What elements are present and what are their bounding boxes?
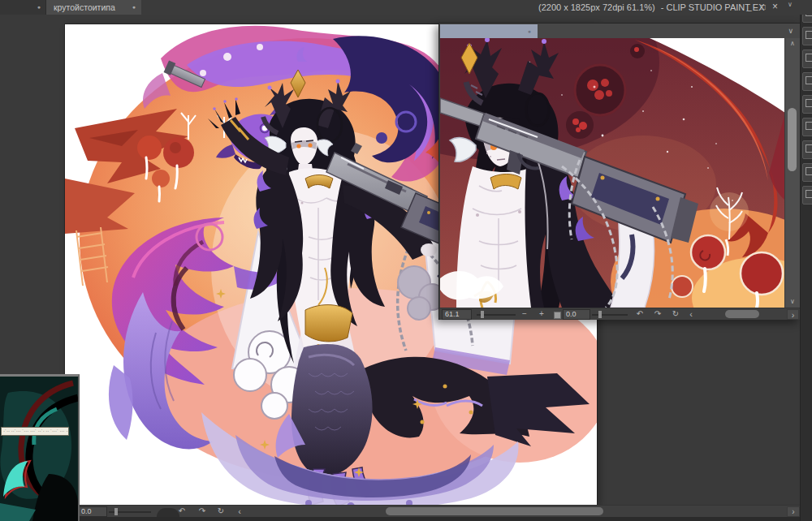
rotate-ccw-button[interactable]: ↶ bbox=[175, 506, 188, 516]
scroll-left-button[interactable]: ‹ bbox=[685, 309, 698, 319]
modified-dot-icon: ● bbox=[132, 0, 136, 15]
scroll-left-button[interactable]: ‹ bbox=[233, 506, 246, 516]
palette-dock-icon[interactable] bbox=[802, 140, 812, 159]
status-strip bbox=[0, 517, 812, 521]
rotation-value-box[interactable]: 0.0 bbox=[563, 309, 590, 320]
document-tab-partial[interactable]: ● bbox=[0, 0, 46, 15]
zoom-slider-thumb[interactable] bbox=[481, 311, 484, 318]
rotation-slider[interactable] bbox=[592, 314, 628, 316]
horizontal-scrollbar-thumb[interactable] bbox=[725, 310, 759, 318]
clip-studio-paint-window: ● крутойстоитипа ● (2200 x 1825px 72dpi … bbox=[0, 0, 812, 521]
sub-window-canvas[interactable] bbox=[440, 38, 785, 308]
rotation-slider-thumb[interactable] bbox=[114, 508, 118, 515]
horizontal-scrollbar-thumb[interactable] bbox=[386, 507, 603, 515]
palette-dock-icon[interactable] bbox=[802, 27, 812, 45]
fit-to-screen-button[interactable] bbox=[554, 312, 561, 319]
zoom-value-box[interactable]: 61.1 bbox=[442, 309, 472, 320]
sub-window-tab[interactable]: ● bbox=[440, 24, 538, 38]
rotate-cw-button[interactable]: ↷ bbox=[651, 309, 664, 319]
rotate-ccw-button[interactable]: ↶ bbox=[633, 309, 646, 319]
maximize-button[interactable]: □ bbox=[757, 0, 769, 15]
document-tab-active[interactable]: крутойстоитипа ● bbox=[46, 0, 141, 15]
palette-dock-icon[interactable] bbox=[802, 186, 812, 205]
artwork-zoomed-view bbox=[440, 38, 785, 308]
palette-dock bbox=[800, 0, 812, 521]
overlay-preview-window[interactable]: ·˙·· ··˙··· ˙··· ···˙ ··˙· ·· ˙···˙ ··· … bbox=[0, 374, 80, 521]
rotation-slider-thumb[interactable] bbox=[598, 311, 602, 318]
minimize-button[interactable]: _ bbox=[743, 0, 755, 15]
chevron-down-icon[interactable]: ∨ bbox=[788, 1, 793, 8]
vertical-scrollbar-thumb[interactable] bbox=[788, 108, 797, 171]
palette-dock-icon[interactable] bbox=[802, 163, 812, 182]
title-bar: ● крутойстоитипа ● (2200 x 1825px 72dpi … bbox=[0, 0, 812, 15]
rotate-cw-button[interactable]: ↷ bbox=[196, 506, 209, 516]
reset-rotation-button[interactable]: ↻ bbox=[669, 309, 682, 319]
modified-dot-icon: ● bbox=[37, 0, 41, 15]
sub-window-bottom-bar: 61.1 − + 0.0 ↶ ↷ ↻ ‹ › bbox=[439, 308, 800, 320]
overlay-artwork bbox=[0, 377, 78, 521]
scroll-up-button[interactable]: ∧ bbox=[785, 39, 800, 49]
chevron-down-icon[interactable]: ∨ bbox=[788, 27, 793, 35]
sub-window-tab-bar: ● ∨ bbox=[439, 24, 800, 38]
scroll-right-button[interactable]: › bbox=[787, 309, 799, 320]
document-tab-label: крутойстоитипа bbox=[54, 0, 115, 15]
sub-window-vertical-scrollbar[interactable]: ∧ ∨ bbox=[784, 38, 800, 308]
zoom-in-button[interactable]: + bbox=[535, 309, 548, 319]
zoom-out-button[interactable]: − bbox=[518, 309, 531, 319]
close-button[interactable]: × bbox=[769, 0, 781, 15]
rotation-value-box[interactable]: 0.0 bbox=[78, 506, 107, 517]
palette-dock-icon[interactable] bbox=[802, 50, 812, 68]
overlay-caption: ·˙·· ··˙··· ˙··· ···˙ ··˙· ·· ˙···˙ ··· … bbox=[1, 427, 69, 436]
palette-dock-icon[interactable] bbox=[802, 72, 812, 91]
document-info: (2200 x 1825px 72dpi 61.1%) bbox=[538, 2, 655, 12]
window-title: (2200 x 1825px 72dpi 61.1%)- CLIP STUDIO… bbox=[538, 0, 770, 15]
modified-dot-icon: ● bbox=[528, 24, 531, 38]
palette-dock-icon[interactable] bbox=[802, 95, 812, 114]
scroll-down-button[interactable]: ∨ bbox=[785, 297, 800, 307]
main-view-bottom-bar: 0.0 ↶ ↷ ↻ ‹ › bbox=[0, 505, 800, 517]
reset-rotation-button[interactable]: ↻ bbox=[214, 506, 227, 516]
palette-dock-icon[interactable] bbox=[802, 118, 812, 136]
secondary-view-window[interactable]: ● ∨ bbox=[438, 23, 801, 320]
scroll-right-button[interactable]: › bbox=[787, 506, 800, 517]
